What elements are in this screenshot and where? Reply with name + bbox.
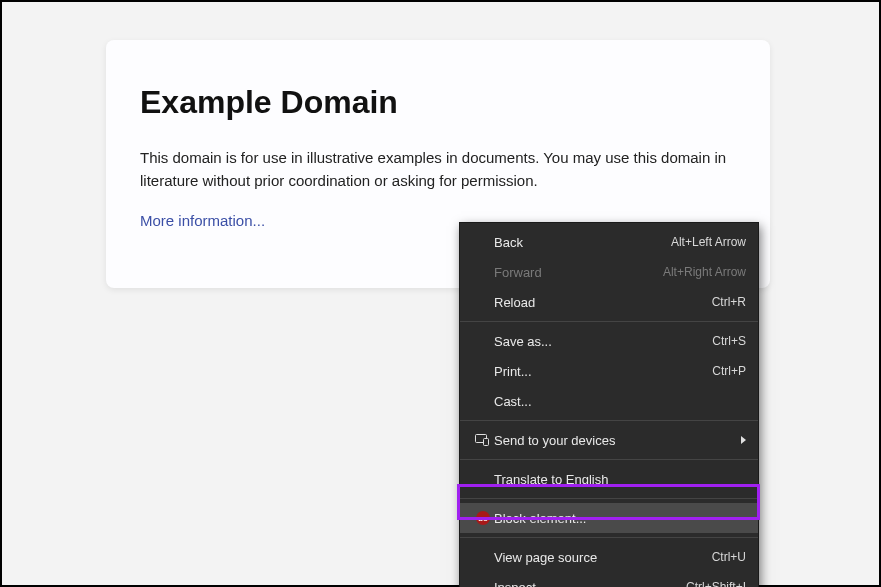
menu-label: View page source [494, 550, 712, 565]
svg-rect-1 [484, 439, 489, 446]
menu-shortcut: Ctrl+U [712, 550, 746, 564]
menu-item-save-as[interactable]: Save as... Ctrl+S [460, 326, 758, 356]
context-menu: Back Alt+Left Arrow Forward Alt+Right Ar… [459, 222, 759, 587]
menu-label: Inspect [494, 580, 686, 588]
menu-label: Translate to English [494, 472, 746, 487]
menu-item-send-to-devices[interactable]: Send to your devices [460, 425, 758, 455]
more-information-link[interactable]: More information... [140, 212, 265, 229]
menu-label: Forward [494, 265, 663, 280]
submenu-arrow-icon [741, 436, 746, 444]
menu-label: Back [494, 235, 671, 250]
menu-item-back[interactable]: Back Alt+Left Arrow [460, 227, 758, 257]
page-title: Example Domain [140, 84, 736, 121]
menu-label: Reload [494, 295, 712, 310]
menu-shortcut: Ctrl+P [712, 364, 746, 378]
page-description: This domain is for use in illustrative e… [140, 147, 736, 192]
menu-label: Save as... [494, 334, 712, 349]
menu-label: Print... [494, 364, 712, 379]
menu-label: Send to your devices [494, 433, 733, 448]
menu-separator [460, 420, 758, 421]
menu-separator [460, 498, 758, 499]
devices-icon [472, 434, 494, 446]
menu-shortcut: Alt+Right Arrow [663, 265, 746, 279]
menu-item-forward: Forward Alt+Right Arrow [460, 257, 758, 287]
menu-separator [460, 321, 758, 322]
menu-label: Block element... [494, 511, 746, 526]
menu-item-reload[interactable]: Reload Ctrl+R [460, 287, 758, 317]
menu-separator [460, 537, 758, 538]
menu-item-print[interactable]: Print... Ctrl+P [460, 356, 758, 386]
menu-item-cast[interactable]: Cast... [460, 386, 758, 416]
menu-shortcut: Ctrl+R [712, 295, 746, 309]
menu-item-view-source[interactable]: View page source Ctrl+U [460, 542, 758, 572]
menu-item-inspect[interactable]: Inspect Ctrl+Shift+I [460, 572, 758, 587]
menu-shortcut: Alt+Left Arrow [671, 235, 746, 249]
menu-shortcut: Ctrl+S [712, 334, 746, 348]
menu-label: Cast... [494, 394, 746, 409]
ublock-icon: uo [472, 511, 494, 525]
menu-item-block-element[interactable]: uo Block element... [460, 503, 758, 533]
menu-separator [460, 459, 758, 460]
menu-shortcut: Ctrl+Shift+I [686, 580, 746, 587]
menu-item-translate[interactable]: Translate to English [460, 464, 758, 494]
